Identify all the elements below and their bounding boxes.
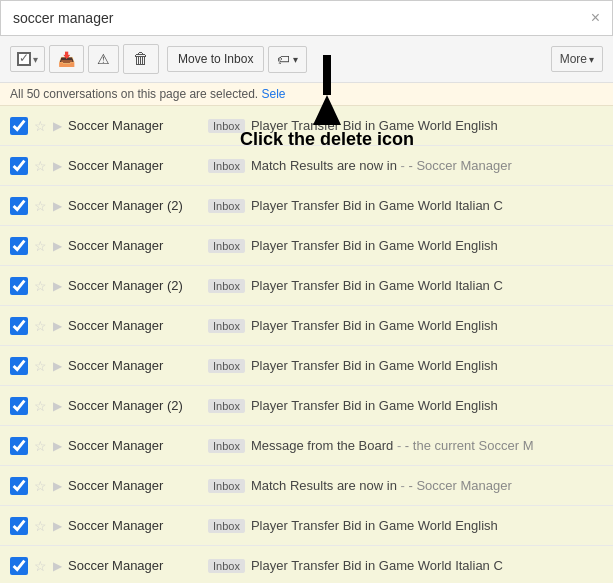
toolbar: ▾ 📥 ⚠ 🗑 Move to Inbox 🏷 ▾ More ▾ (0, 36, 613, 83)
row-checkbox[interactable] (10, 357, 28, 375)
email-subject: Player Transfer Bid in Game World Italia… (251, 198, 603, 213)
table-row[interactable]: ☆ ▶ Soccer Manager Inbox Match Results a… (0, 466, 613, 506)
sender-name: Soccer Manager (68, 478, 208, 493)
inbox-tag: Inbox (208, 479, 245, 493)
row-checkbox[interactable] (10, 277, 28, 295)
star-icon[interactable]: ☆ (34, 358, 47, 374)
labels-button[interactable]: 🏷 ▾ (268, 46, 307, 73)
chevron-down-icon: ▾ (589, 54, 594, 65)
sender-name: Soccer Manager (68, 518, 208, 533)
search-bar: soccer manager × (0, 0, 613, 36)
important-icon: ▶ (53, 159, 62, 173)
inbox-tag: Inbox (208, 359, 245, 373)
table-row[interactable]: ☆ ▶ Soccer Manager Inbox Match Results a… (0, 146, 613, 186)
sender-name: Soccer Manager (2) (68, 198, 208, 213)
chevron-down-icon[interactable]: ▾ (33, 54, 38, 65)
chevron-down-icon: ▾ (293, 54, 298, 65)
row-checkbox[interactable] (10, 557, 28, 575)
table-row[interactable]: ☆ ▶ Soccer Manager Inbox Player Transfer… (0, 306, 613, 346)
more-button[interactable]: More ▾ (551, 46, 603, 72)
spam-icon: ⚠ (97, 51, 110, 67)
more-label: More (560, 52, 587, 66)
email-subject: Player Transfer Bid in Game World Englis… (251, 398, 603, 413)
inbox-tag: Inbox (208, 319, 245, 333)
sender-name: Soccer Manager (68, 158, 208, 173)
email-subject: Match Results are now in - - Soccer Mana… (251, 158, 603, 173)
select-all-checkbox-icon (17, 52, 31, 66)
label-icon: 🏷 (277, 52, 290, 67)
sender-name: Soccer Manager (68, 238, 208, 253)
email-subject: Player Transfer Bid in Game World Englis… (251, 318, 603, 333)
important-icon: ▶ (53, 319, 62, 333)
star-icon[interactable]: ☆ (34, 478, 47, 494)
sender-name: Soccer Manager (68, 318, 208, 333)
archive-button[interactable]: 📥 (49, 45, 84, 73)
table-row[interactable]: ☆ ▶ Soccer Manager Inbox Player Transfer… (0, 226, 613, 266)
email-list: ☆ ▶ Soccer Manager Inbox Player Transfer… (0, 106, 613, 583)
email-subject: Player Transfer Bid in Game World Englis… (251, 358, 603, 373)
row-checkbox[interactable] (10, 397, 28, 415)
star-icon[interactable]: ☆ (34, 398, 47, 414)
delete-button[interactable]: 🗑 (123, 44, 159, 74)
table-row[interactable]: ☆ ▶ Soccer Manager (2) Inbox Player Tran… (0, 186, 613, 226)
inbox-tag: Inbox (208, 439, 245, 453)
row-checkbox[interactable] (10, 117, 28, 135)
star-icon[interactable]: ☆ (34, 278, 47, 294)
search-query: soccer manager (13, 10, 591, 26)
sender-name: Soccer Manager (2) (68, 398, 208, 413)
star-icon[interactable]: ☆ (34, 518, 47, 534)
row-checkbox[interactable] (10, 157, 28, 175)
table-row[interactable]: ☆ ▶ Soccer Manager (2) Inbox Player Tran… (0, 386, 613, 426)
table-row[interactable]: ☆ ▶ Soccer Manager Inbox Player Transfer… (0, 346, 613, 386)
inbox-tag: Inbox (208, 399, 245, 413)
row-checkbox[interactable] (10, 437, 28, 455)
select-all-button[interactable]: ▾ (10, 46, 45, 72)
table-row[interactable]: ☆ ▶ Soccer Manager Inbox Player Transfer… (0, 546, 613, 583)
star-icon[interactable]: ☆ (34, 438, 47, 454)
important-icon: ▶ (53, 559, 62, 573)
star-icon[interactable]: ☆ (34, 158, 47, 174)
email-subject: Player Transfer Bid in Game World Englis… (251, 118, 603, 133)
row-checkbox[interactable] (10, 477, 28, 495)
inbox-tag: Inbox (208, 159, 245, 173)
inbox-tag: Inbox (208, 119, 245, 133)
inbox-tag: Inbox (208, 559, 245, 573)
table-row[interactable]: ☆ ▶ Soccer Manager Inbox Player Transfer… (0, 106, 613, 146)
sender-name: Soccer Manager (68, 558, 208, 573)
email-subject: Message from the Board - - the current S… (251, 438, 603, 453)
star-icon[interactable]: ☆ (34, 198, 47, 214)
table-row[interactable]: ☆ ▶ Soccer Manager Inbox Player Transfer… (0, 506, 613, 546)
trash-icon: 🗑 (133, 50, 149, 67)
star-icon[interactable]: ☆ (34, 558, 47, 574)
sender-name: Soccer Manager (68, 118, 208, 133)
email-subject: Player Transfer Bid in Game World Englis… (251, 238, 603, 253)
star-icon[interactable]: ☆ (34, 118, 47, 134)
table-row[interactable]: ☆ ▶ Soccer Manager Inbox Message from th… (0, 426, 613, 466)
search-close-icon[interactable]: × (591, 9, 600, 27)
inbox-tag: Inbox (208, 239, 245, 253)
spam-button[interactable]: ⚠ (88, 45, 119, 73)
table-row[interactable]: ☆ ▶ Soccer Manager (2) Inbox Player Tran… (0, 266, 613, 306)
important-icon: ▶ (53, 199, 62, 213)
star-icon[interactable]: ☆ (34, 238, 47, 254)
archive-icon: 📥 (58, 51, 75, 67)
important-icon: ▶ (53, 519, 62, 533)
row-checkbox[interactable] (10, 517, 28, 535)
important-icon: ▶ (53, 359, 62, 373)
move-to-inbox-button[interactable]: Move to Inbox (167, 46, 264, 72)
sender-name: Soccer Manager (2) (68, 278, 208, 293)
inbox-tag: Inbox (208, 519, 245, 533)
important-icon: ▶ (53, 479, 62, 493)
info-bar: All 50 conversations on this page are se… (0, 83, 613, 106)
star-icon[interactable]: ☆ (34, 318, 47, 334)
select-all-link[interactable]: Sele (262, 87, 286, 101)
important-icon: ▶ (53, 119, 62, 133)
row-checkbox[interactable] (10, 237, 28, 255)
row-checkbox[interactable] (10, 197, 28, 215)
row-checkbox[interactable] (10, 317, 28, 335)
important-icon: ▶ (53, 279, 62, 293)
email-subject: Player Transfer Bid in Game World Englis… (251, 518, 603, 533)
inbox-tag: Inbox (208, 199, 245, 213)
important-icon: ▶ (53, 399, 62, 413)
email-subject: Player Transfer Bid in Game World Italia… (251, 558, 603, 573)
